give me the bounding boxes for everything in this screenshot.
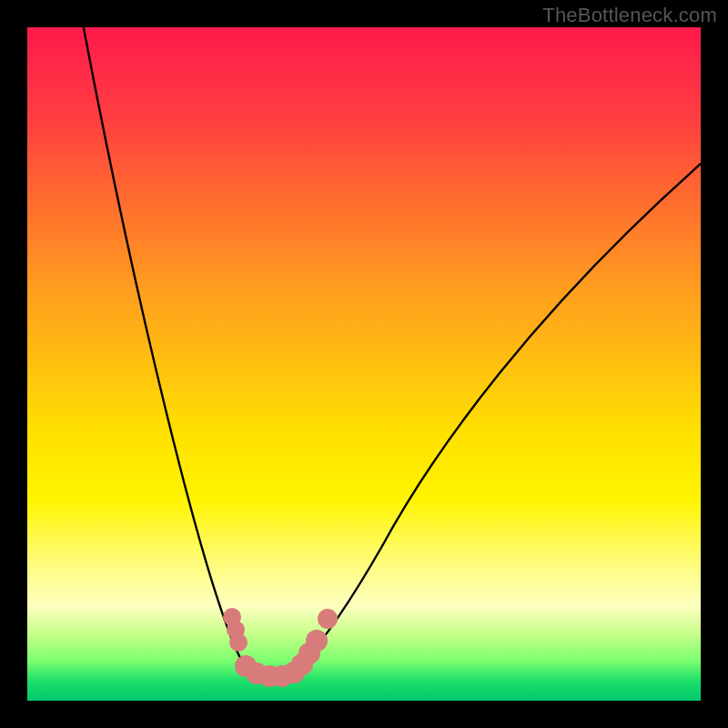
dot-cluster: [223, 608, 338, 687]
chart-outer-frame: TheBottleneck.com: [0, 0, 728, 728]
data-dot: [229, 633, 248, 652]
data-dot: [306, 630, 328, 652]
left-curve: [80, 27, 246, 666]
right-curve: [300, 164, 701, 666]
data-dot: [318, 609, 338, 629]
watermark-text: TheBottleneck.com: [542, 4, 717, 27]
plot-area: [27, 27, 701, 701]
curve-layer: [27, 27, 701, 701]
